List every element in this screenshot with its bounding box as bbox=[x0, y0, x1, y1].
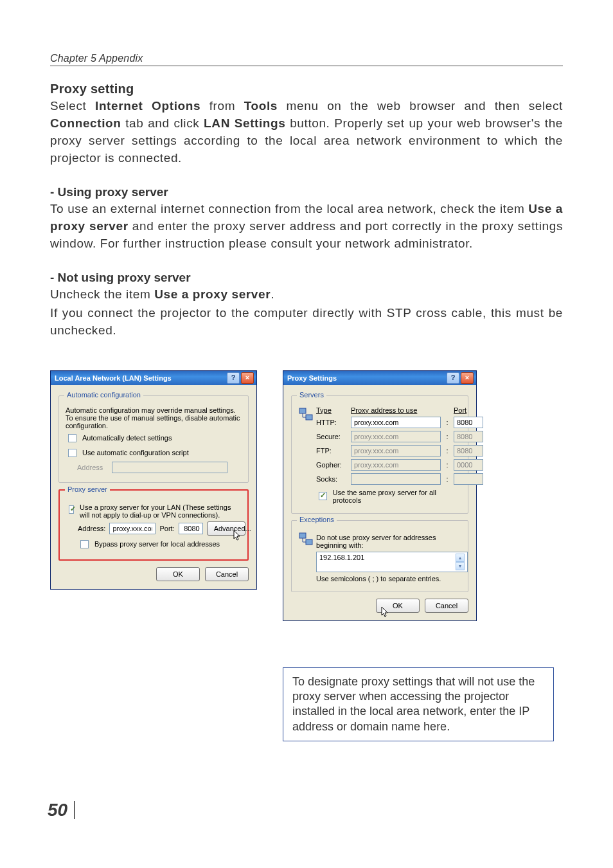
socks-port-input bbox=[454, 473, 483, 485]
ftp-address-input bbox=[351, 445, 441, 457]
help-icon[interactable]: ? bbox=[447, 372, 459, 384]
scroll-up-icon[interactable]: ▴ bbox=[456, 554, 465, 562]
svg-rect-0 bbox=[299, 408, 306, 413]
notusing-text2: If you connect the projector to the comp… bbox=[50, 305, 563, 339]
exceptions-value: 192.168.1.201 bbox=[319, 554, 364, 570]
lan-ok-button[interactable]: OK bbox=[156, 567, 200, 581]
text-bold: Use a proxy server bbox=[154, 287, 271, 301]
colon: : bbox=[445, 447, 450, 455]
secure-address-input bbox=[351, 431, 441, 442]
chk-bypass-label: Bypass proxy server for local addresses bbox=[94, 540, 220, 548]
proxy-ok-button[interactable]: OK bbox=[376, 599, 420, 613]
using-text: To use an external internet connection f… bbox=[50, 201, 563, 253]
head-port: Port bbox=[454, 406, 483, 414]
proxy-settings-dialog: Proxy Settings ? × Servers Type Proxy ad… bbox=[283, 370, 477, 621]
secure-port-input bbox=[454, 431, 483, 442]
lan-titlebar: Local Area Network (LAN) Settings ? × bbox=[51, 371, 256, 385]
page-number: 50 bbox=[48, 801, 75, 819]
group-exceptions-legend: Exceptions bbox=[297, 516, 337, 523]
chapter-header: Chapter 5 Appendix bbox=[50, 53, 563, 66]
http-address-input[interactable] bbox=[351, 417, 441, 428]
row-http-label: HTTP: bbox=[316, 419, 347, 426]
chk-auto-detect-label: Automatically detect settings bbox=[82, 434, 172, 442]
chk-use-proxy-box[interactable] bbox=[69, 505, 74, 514]
group-servers: Servers Type Proxy address to use Port H… bbox=[291, 395, 468, 514]
chk-auto-script[interactable]: Use automatic configuration script bbox=[66, 447, 242, 459]
text: Uncheck the item bbox=[50, 287, 154, 301]
chk-use-proxy[interactable]: Use a proxy server for your LAN (These s… bbox=[66, 503, 241, 519]
group-exceptions: Exceptions Do not use proxy server for a… bbox=[291, 520, 468, 592]
row-gopher-label: Gopher: bbox=[316, 461, 347, 469]
intro-paragraph: Select Internet Options from Tools menu … bbox=[50, 98, 563, 167]
head-type: Type bbox=[316, 406, 347, 414]
proxy-address-input[interactable] bbox=[109, 523, 155, 534]
text: . bbox=[271, 287, 274, 301]
chk-same-proxy-box[interactable] bbox=[319, 492, 327, 500]
auto-config-text: Automatic configuration may override man… bbox=[66, 406, 242, 429]
row-socks-label: Socks: bbox=[316, 475, 347, 483]
head-addr: Proxy address to use bbox=[351, 406, 441, 414]
chk-same-proxy-label: Use the same proxy server for all protoc… bbox=[333, 489, 461, 504]
group-proxy-legend: Proxy server bbox=[65, 485, 110, 493]
chk-auto-script-box[interactable] bbox=[68, 449, 76, 457]
lan-settings-dialog: Local Area Network (LAN) Settings ? × Au… bbox=[50, 370, 257, 590]
close-icon[interactable]: × bbox=[461, 372, 474, 384]
svg-rect-3 bbox=[306, 539, 312, 545]
help-icon[interactable]: ? bbox=[227, 372, 240, 384]
colon: : bbox=[445, 461, 450, 469]
svg-rect-1 bbox=[306, 415, 312, 420]
ftp-port-input bbox=[454, 445, 483, 457]
group-auto-legend: Automatic configuration bbox=[64, 391, 143, 399]
colon: : bbox=[445, 419, 450, 426]
address-label: Address bbox=[77, 464, 108, 471]
exceptions-input[interactable]: 192.168.1.201 ▴ ▾ bbox=[316, 552, 468, 572]
chk-bypass-box[interactable] bbox=[80, 540, 89, 548]
socks-address-input bbox=[351, 473, 441, 485]
chk-same-proxy[interactable]: Use the same proxy server for all protoc… bbox=[316, 489, 461, 504]
close-icon[interactable]: × bbox=[241, 372, 254, 384]
text-bold: Internet Options bbox=[95, 99, 200, 113]
proxy-port-input[interactable] bbox=[179, 523, 203, 534]
colon: : bbox=[445, 475, 450, 483]
lan-title: Local Area Network (LAN) Settings bbox=[55, 374, 172, 382]
advanced-button[interactable]: Advanced... bbox=[207, 521, 245, 536]
text-bold: Tools bbox=[244, 99, 278, 113]
notusing-title: - Not using proxy server bbox=[50, 271, 563, 285]
chk-auto-detect-box[interactable] bbox=[68, 434, 76, 442]
text: Select bbox=[50, 99, 95, 113]
notusing-text1: Uncheck the item Use a proxy server. bbox=[50, 286, 563, 303]
row-secure-label: Secure: bbox=[316, 433, 347, 440]
lan-cancel-button[interactable]: Cancel bbox=[205, 567, 249, 581]
row-ftp-label: FTP: bbox=[316, 447, 347, 455]
text: tab and click bbox=[121, 116, 204, 130]
text: from bbox=[200, 99, 244, 113]
chk-auto-detect[interactable]: Automatically detect settings bbox=[66, 432, 242, 444]
caption-box: To designate proxy settings that will no… bbox=[283, 667, 554, 742]
svg-rect-2 bbox=[299, 533, 306, 538]
network-icon bbox=[298, 406, 314, 422]
using-title: - Using proxy server bbox=[50, 185, 563, 199]
gopher-address-input bbox=[351, 459, 441, 471]
chk-auto-script-label: Use automatic configuration script bbox=[82, 449, 189, 457]
group-servers-legend: Servers bbox=[297, 391, 326, 399]
text-bold: Connection bbox=[50, 116, 121, 130]
group-auto-config: Automatic configuration Automatic config… bbox=[58, 395, 249, 483]
chk-use-proxy-label: Use a proxy server for your LAN (These s… bbox=[80, 503, 241, 519]
proxy-address-label: Address: bbox=[78, 525, 105, 532]
proxy-port-label: Port: bbox=[159, 525, 174, 532]
exceptions-text: Do not use proxy server for addresses be… bbox=[316, 534, 461, 549]
scroll-down-icon[interactable]: ▾ bbox=[456, 562, 465, 570]
gopher-port-input bbox=[454, 459, 483, 471]
advanced-button-label: Advanced... bbox=[214, 525, 251, 532]
exceptions-note: Use semicolons ( ; ) to separate entries… bbox=[316, 575, 461, 583]
text: menu on the web browser and then select bbox=[278, 99, 563, 113]
http-port-input[interactable] bbox=[454, 417, 483, 428]
network-icon bbox=[298, 531, 314, 547]
text-bold: LAN Settings bbox=[204, 116, 285, 130]
chk-bypass[interactable]: Bypass proxy server for local addresses bbox=[78, 538, 241, 550]
group-proxy-server: Proxy server Use a proxy server for your… bbox=[58, 489, 249, 561]
script-address-input bbox=[112, 462, 227, 473]
text: To use an external internet connection f… bbox=[50, 202, 528, 215]
proxy-cancel-button[interactable]: Cancel bbox=[425, 599, 468, 613]
proxy-title: Proxy Settings bbox=[287, 374, 337, 382]
